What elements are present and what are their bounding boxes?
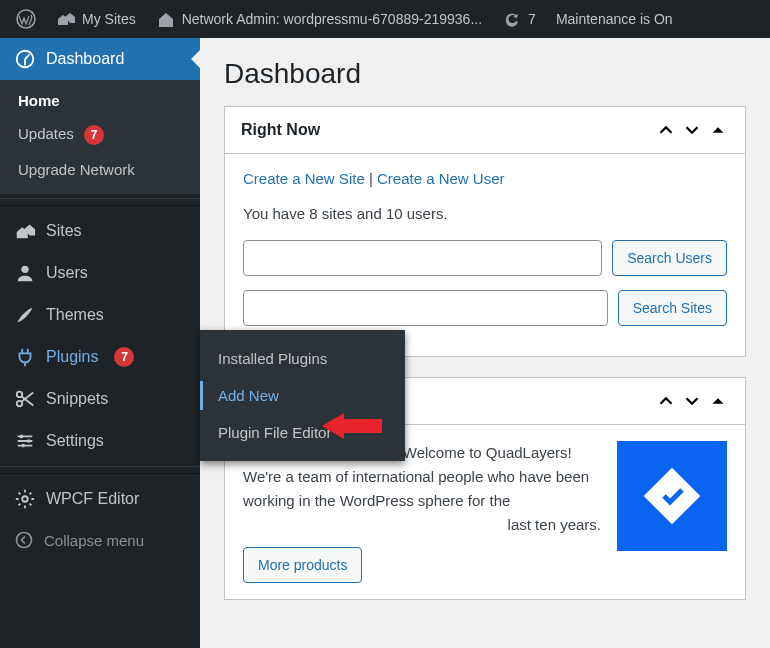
metabox-controls	[655, 119, 729, 141]
plugins-badge: 7	[114, 347, 134, 367]
menu-wpcf-label: WPCF Editor	[46, 490, 139, 508]
page-title: Dashboard	[224, 58, 746, 90]
right-now-header: Right Now	[225, 107, 745, 154]
caret-up-icon[interactable]	[707, 390, 729, 412]
right-now-title: Right Now	[241, 121, 320, 139]
network-admin-label: Network Admin: wordpressmu-670889-219936…	[182, 11, 482, 27]
quadlayers-text: Hi! We are Quadlayers! Welcome to QuadLa…	[243, 441, 601, 583]
brush-icon	[14, 304, 36, 326]
search-users-button[interactable]: Search Users	[612, 240, 727, 276]
menu-users-label: Users	[46, 264, 88, 282]
submenu-upgrade-label: Upgrade Network	[18, 161, 135, 178]
metabox-controls	[655, 390, 729, 412]
updates-badge: 7	[84, 125, 104, 145]
svg-point-8	[22, 496, 28, 502]
search-sites-button[interactable]: Search Sites	[618, 290, 727, 326]
chevron-up-icon[interactable]	[655, 390, 677, 412]
maintenance-label: Maintenance is On	[556, 11, 673, 27]
sliders-icon	[14, 430, 36, 452]
create-user-link[interactable]: Create a New User	[377, 170, 505, 187]
search-sites-input[interactable]	[243, 290, 608, 326]
search-users-input[interactable]	[243, 240, 602, 276]
flyout-add-new[interactable]: Add New	[200, 377, 405, 414]
menu-settings-label: Settings	[46, 432, 104, 450]
menu-separator	[0, 466, 200, 474]
menu-sites[interactable]: Sites	[0, 210, 200, 252]
search-sites-row: Search Sites	[243, 290, 727, 326]
my-sites-label: My Sites	[82, 11, 136, 27]
sites-icon	[14, 220, 36, 242]
chevron-down-icon[interactable]	[681, 390, 703, 412]
house-icon	[156, 9, 176, 29]
submenu-dashboard: Home Updates 7 Upgrade Network	[0, 80, 200, 194]
submenu-upgrade-network[interactable]: Upgrade Network	[0, 153, 200, 186]
admin-bar: My Sites Network Admin: wordpressmu-6708…	[0, 0, 770, 38]
admin-sidebar: Dashboard Home Updates 7 Upgrade Network…	[0, 38, 200, 648]
menu-settings[interactable]: Settings	[0, 420, 200, 462]
plug-icon	[14, 346, 36, 368]
more-products-button[interactable]: More products	[243, 547, 362, 583]
svg-point-6	[27, 439, 31, 443]
flyout-installed-plugins[interactable]: Installed Plugins	[200, 340, 405, 377]
menu-sites-label: Sites	[46, 222, 82, 240]
menu-dashboard[interactable]: Dashboard	[0, 38, 200, 80]
diamond-check-icon	[637, 461, 707, 531]
chevron-up-icon[interactable]	[655, 119, 677, 141]
menu-separator	[0, 198, 200, 206]
flyout-installed-label: Installed Plugins	[218, 350, 327, 367]
network-stats: You have 8 sites and 10 users.	[243, 205, 727, 222]
users-icon	[14, 262, 36, 284]
collapse-icon	[14, 530, 34, 550]
red-arrow-icon	[322, 413, 382, 439]
updates-count: 7	[528, 11, 536, 27]
maintenance-menu[interactable]: Maintenance is On	[548, 0, 681, 38]
submenu-home[interactable]: Home	[0, 84, 200, 117]
menu-snippets-label: Snippets	[46, 390, 108, 408]
flyout-editor-label: Plugin File Editor	[218, 424, 331, 441]
collapse-label: Collapse menu	[44, 532, 144, 549]
menu-plugins-label: Plugins	[46, 348, 98, 366]
chevron-down-icon[interactable]	[681, 119, 703, 141]
svg-point-2	[21, 266, 28, 273]
scissors-icon	[14, 388, 36, 410]
menu-users[interactable]: Users	[0, 252, 200, 294]
right-now-body: Create a New Site | Create a New User Yo…	[225, 154, 745, 356]
network-admin-menu[interactable]: Network Admin: wordpressmu-670889-219936…	[148, 0, 490, 38]
menu-plugins[interactable]: Plugins 7	[0, 336, 200, 378]
collapse-menu[interactable]: Collapse menu	[0, 520, 200, 560]
menu-themes-label: Themes	[46, 306, 104, 324]
submenu-updates-label: Updates	[18, 125, 74, 142]
menu-dashboard-label: Dashboard	[46, 50, 124, 68]
updates-menu[interactable]: 7	[494, 0, 544, 38]
quadlayers-logo	[617, 441, 727, 551]
wp-logo-menu[interactable]	[8, 0, 44, 38]
my-sites-menu[interactable]: My Sites	[48, 0, 144, 38]
houses-icon	[56, 9, 76, 29]
svg-rect-10	[644, 468, 701, 525]
right-now-metabox: Right Now Create a New Site | Create a N…	[224, 106, 746, 357]
plugins-flyout: Installed Plugins Add New Plugin File Ed…	[200, 330, 405, 461]
refresh-icon	[502, 9, 522, 29]
svg-point-7	[21, 444, 25, 448]
flyout-add-new-label: Add New	[218, 387, 279, 404]
gear-icon	[14, 488, 36, 510]
search-users-row: Search Users	[243, 240, 727, 276]
quadlayers-text-b: last ten years.	[243, 513, 601, 537]
svg-point-9	[17, 533, 32, 548]
create-links-row: Create a New Site | Create a New User	[243, 170, 727, 187]
create-site-link[interactable]: Create a New Site	[243, 170, 365, 187]
menu-snippets[interactable]: Snippets	[0, 378, 200, 420]
wordpress-icon	[16, 9, 36, 29]
menu-themes[interactable]: Themes	[0, 294, 200, 336]
svg-point-5	[20, 435, 24, 439]
caret-up-icon[interactable]	[707, 119, 729, 141]
menu-wpcf-editor[interactable]: WPCF Editor	[0, 478, 200, 520]
dashboard-icon	[14, 48, 36, 70]
submenu-updates[interactable]: Updates 7	[0, 117, 200, 153]
submenu-home-label: Home	[18, 92, 60, 109]
link-separator: |	[369, 170, 377, 187]
